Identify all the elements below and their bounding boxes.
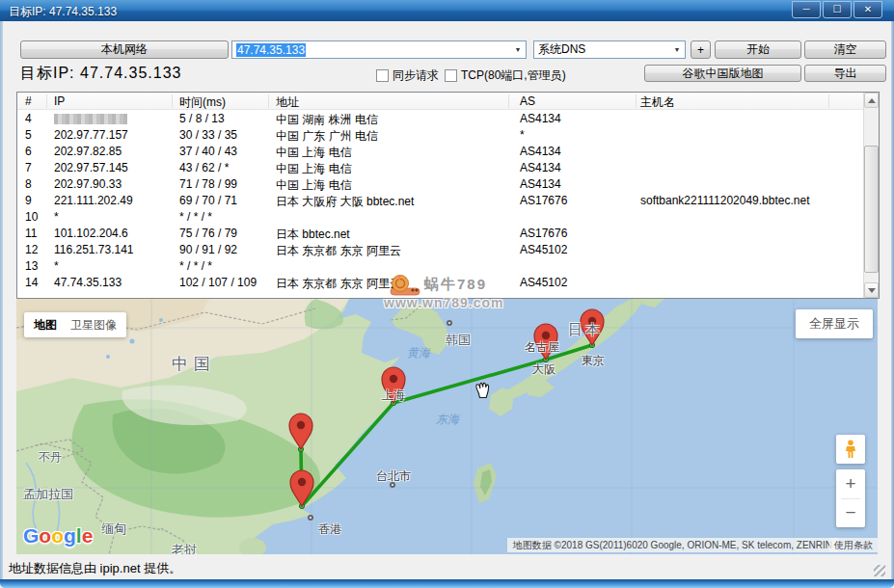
start-button[interactable]: 开始 <box>715 40 801 59</box>
table-row[interactable]: 7 202.97.57.145 43 / 62 / * 中国 上海 电信 AS4… <box>17 160 863 176</box>
city-dot-hongkong <box>308 515 313 521</box>
map-type-control[interactable]: 地图 卫星图像 <box>24 312 126 337</box>
dns-select-value: 系统DNS <box>534 41 669 58</box>
map-attribution: 地图数据 ©2018 GS(2011)6020 Google, ORION-ME… <box>507 538 838 552</box>
watermark-text: 蜗牛789 <box>424 276 487 294</box>
status-bar: 地址数据信息由 ipip.net 提供。 <box>3 554 891 579</box>
chevron-down-icon[interactable]: ▼ <box>510 41 526 58</box>
table-row[interactable]: 5 202.97.77.157 30 / 33 / 35 中国 广东 广州 电信… <box>17 127 863 144</box>
table-body: 4 5 / 8 / 13 中国 湖南 株洲 电信 AS4134 5 202.97… <box>17 111 863 298</box>
close-icon: ✕ <box>864 5 872 14</box>
window-border-bottom <box>0 579 894 588</box>
table-row[interactable]: 10 * * / * / * <box>17 209 863 226</box>
map-type-satellite[interactable]: 卫星图像 <box>70 317 117 334</box>
table-row[interactable]: 9 221.111.202.49 69 / 70 / 71 日本 大阪府 大阪 … <box>17 193 863 209</box>
chevron-down-icon[interactable]: ▼ <box>669 41 685 58</box>
close-button[interactable]: ✕ <box>853 1 882 18</box>
col-header-host[interactable]: 主机名 <box>640 94 675 111</box>
minimize-button[interactable]: ─ <box>792 1 821 18</box>
zoom-out-button[interactable]: − <box>836 499 865 528</box>
map-type-map[interactable]: 地图 <box>34 317 57 334</box>
sync-request-checkbox[interactable]: 同步请求 <box>376 67 439 84</box>
col-header-time[interactable]: 时间(ms) <box>179 94 226 111</box>
watermark-url: www.wn789.com <box>384 295 504 310</box>
scroll-down-button[interactable] <box>864 282 879 298</box>
map-graphics <box>16 299 878 554</box>
pegman-icon <box>844 440 857 459</box>
marker-osaka <box>534 324 557 360</box>
table-header: # IP 时间(ms) 地址 AS 主机名 <box>17 93 863 110</box>
col-header-addr[interactable]: 地址 <box>276 94 299 111</box>
pegman-button[interactable] <box>836 435 865 464</box>
checkbox-icon[interactable] <box>445 69 457 82</box>
city-dot-taipei <box>390 482 395 488</box>
window-border-left <box>0 21 3 579</box>
target-ip-input[interactable]: 47.74.35.133 ▼ <box>231 40 527 59</box>
google-china-map-button[interactable]: 谷歌中国版地图 <box>644 65 801 82</box>
trace-results-table: # IP 时间(ms) 地址 AS 主机名 4 5 / 8 / 13 中国 湖南… <box>16 92 880 299</box>
minimize-icon: ─ <box>802 5 809 14</box>
table-row[interactable]: 8 202.97.90.33 71 / 78 / 99 中国 上海 电信 AS4… <box>17 176 863 193</box>
local-network-button[interactable]: 本机网络 <box>20 40 229 59</box>
tcp-checkbox[interactable]: TCP(80端口,管理员) <box>445 67 566 84</box>
title-bar: 目标IP: 47.74.35.133 ─ ☐ ✕ <box>0 0 894 21</box>
table-row[interactable]: 4 5 / 8 / 13 中国 湖南 株洲 电信 AS4134 <box>17 111 863 127</box>
window-title: 目标IP: 47.74.35.133 <box>9 4 117 20</box>
col-header-as[interactable]: AS <box>520 94 535 108</box>
maximize-button[interactable]: ☐ <box>823 1 852 18</box>
dns-select[interactable]: 系统DNS ▼ <box>533 40 686 59</box>
maximize-icon: ☐ <box>833 5 842 14</box>
arrow-down-icon <box>868 288 876 293</box>
resize-grip[interactable] <box>874 565 885 576</box>
table-row[interactable]: 11 101.102.204.6 75 / 76 / 79 日本 bbtec.n… <box>17 226 863 242</box>
censored-ip <box>54 114 127 124</box>
map-canvas[interactable]: 中国 韩国 黄海 东海 日本 名古屋 大阪 東京 上海 台北市 香港 不丹 孟加… <box>16 299 878 554</box>
snail-icon <box>389 274 421 297</box>
fullscreen-button[interactable]: 全屏显示 <box>796 309 873 338</box>
city-dot-seoul <box>447 320 452 326</box>
table-row[interactable]: 13 * * / * / * <box>17 258 863 275</box>
target-ip-value: 47.74.35.133 <box>236 43 306 57</box>
target-ip-label: 目标IP: 47.74.35.133 <box>20 64 181 84</box>
checkbox-icon[interactable] <box>376 69 389 82</box>
hand-cursor-icon <box>476 383 489 397</box>
table-scrollbar[interactable] <box>863 93 879 298</box>
zoom-control[interactable]: + − <box>836 469 865 527</box>
terms-of-use-link[interactable]: 使用条款 <box>829 538 878 552</box>
col-header-hop[interactable]: # <box>25 94 32 108</box>
status-text: 地址数据信息由 ipip.net 提供。 <box>9 560 181 577</box>
table-row[interactable]: 12 116.251.73.141 90 / 91 / 92 日本 东京都 东京… <box>17 242 863 258</box>
scrollbar-thumb[interactable] <box>864 146 879 273</box>
add-button[interactable]: + <box>691 40 711 59</box>
scroll-up-button[interactable] <box>864 93 879 108</box>
arrow-up-icon <box>868 98 876 103</box>
zoom-in-button[interactable]: + <box>836 469 865 498</box>
google-logo[interactable]: Google <box>23 524 93 548</box>
export-button[interactable]: 导出 <box>804 65 886 82</box>
table-row[interactable]: 6 202.97.82.85 37 / 40 / 43 中国 上海 电信 AS4… <box>17 144 863 160</box>
col-header-ip[interactable]: IP <box>54 94 65 108</box>
clear-button[interactable]: 清空 <box>804 40 886 59</box>
